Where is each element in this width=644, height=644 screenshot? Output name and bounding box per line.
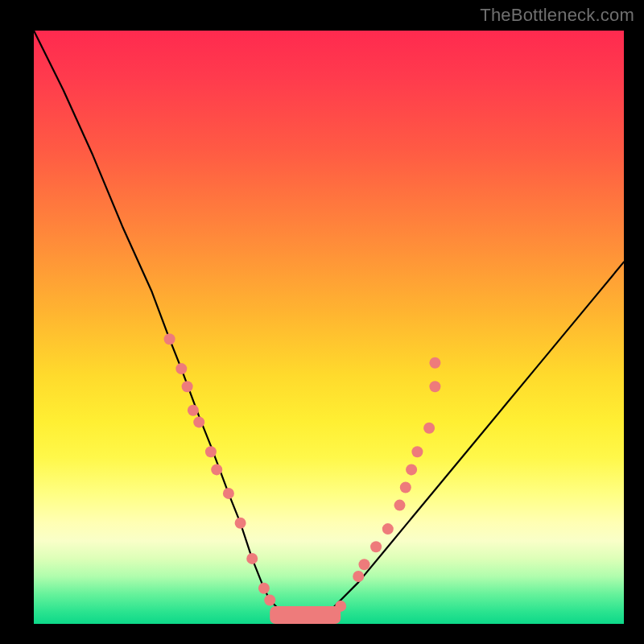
curve-layer	[34, 31, 624, 624]
bottleneck-curve	[34, 31, 624, 624]
data-point	[411, 446, 423, 457]
dots-left	[164, 333, 287, 617]
data-point	[394, 500, 406, 511]
valley-band-rect	[270, 606, 341, 624]
data-point	[264, 595, 275, 606]
data-point	[406, 464, 417, 475]
data-point	[193, 416, 204, 427]
data-point	[423, 423, 435, 434]
data-point	[211, 464, 222, 475]
data-point	[182, 381, 193, 392]
data-point	[429, 381, 440, 392]
dots-right	[335, 357, 440, 612]
data-point	[335, 601, 346, 612]
data-point	[359, 559, 370, 570]
plot-area	[34, 31, 624, 624]
data-point	[175, 363, 187, 374]
data-point	[353, 571, 364, 582]
data-point	[223, 488, 234, 499]
data-point	[246, 553, 258, 564]
watermark-text: TheBottleneck.com	[480, 5, 634, 26]
valley-band	[270, 606, 341, 624]
data-point	[164, 333, 175, 345]
data-point	[235, 518, 246, 529]
data-point	[205, 446, 217, 457]
chart-frame: TheBottleneck.com	[0, 0, 644, 644]
data-point	[258, 583, 270, 594]
data-point	[188, 405, 199, 416]
data-point	[429, 357, 440, 369]
data-point	[370, 541, 382, 552]
data-point	[400, 482, 411, 493]
curve-path	[34, 31, 624, 624]
data-point	[276, 606, 287, 617]
data-point	[382, 523, 394, 535]
